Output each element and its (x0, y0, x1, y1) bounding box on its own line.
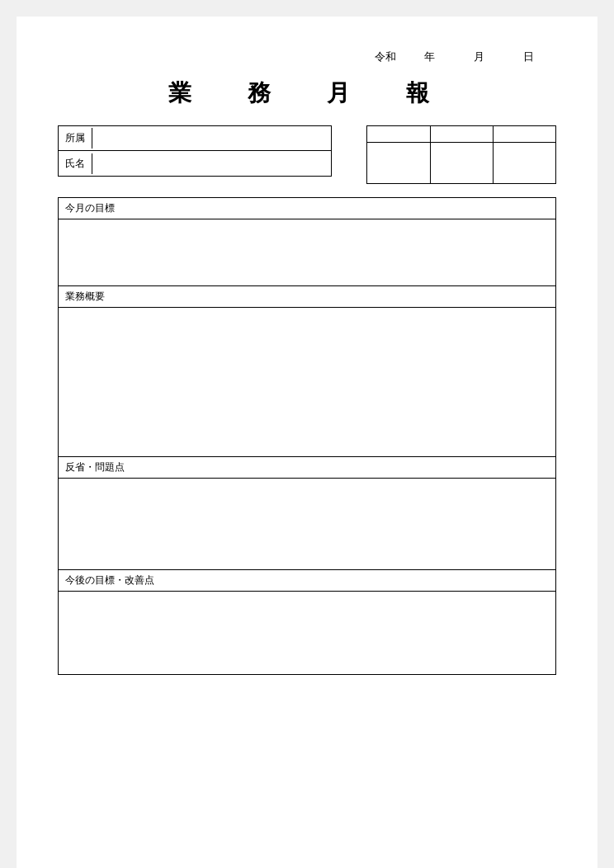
monthly-goal-section: 今月の目標 (58, 197, 556, 286)
right-table (366, 125, 556, 184)
reflection-body[interactable] (59, 479, 555, 569)
right-table-body-row (367, 143, 556, 184)
future-goals-body[interactable] (59, 592, 555, 674)
monthly-goal-header: 今月の目標 (59, 198, 555, 219)
top-section: 所属 氏名 (58, 125, 556, 184)
business-summary-section: 業務概要 (58, 286, 556, 457)
month-label: 月 (474, 50, 507, 64)
business-summary-body[interactable] (59, 308, 555, 456)
business-summary-header: 業務概要 (59, 286, 555, 308)
right-table-header-col2 (430, 126, 493, 143)
affiliation-row: 所属 (59, 126, 331, 151)
day-label: 日 (523, 50, 556, 64)
era-label: 令和 (375, 50, 408, 64)
name-label: 氏名 (59, 153, 92, 174)
monthly-goal-body[interactable] (59, 219, 555, 285)
future-goals-header: 今後の目標・改善点 (59, 570, 555, 592)
page-title: 業 務 月 報 (58, 78, 556, 109)
reflection-header: 反省・問題点 (59, 457, 555, 479)
affiliation-value[interactable] (92, 135, 331, 142)
affiliation-label: 所属 (59, 128, 92, 149)
right-table-header-col3 (493, 126, 555, 143)
right-table-header-col1 (367, 126, 430, 143)
name-value[interactable] (92, 160, 331, 167)
right-table-body-col2 (430, 143, 493, 184)
left-fields: 所属 氏名 (58, 125, 332, 177)
name-row: 氏名 (59, 151, 331, 176)
right-table-header-row (367, 126, 556, 143)
right-table-body-col1 (367, 143, 430, 184)
reflection-section: 反省・問題点 (58, 457, 556, 570)
year-label: 年 (424, 50, 457, 64)
right-table-body-col3 (493, 143, 555, 184)
date-line: 令和 年 月 日 (58, 50, 556, 64)
document-page: 令和 年 月 日 業 務 月 報 所属 氏名 (17, 17, 597, 868)
future-goals-section: 今後の目標・改善点 (58, 570, 556, 675)
